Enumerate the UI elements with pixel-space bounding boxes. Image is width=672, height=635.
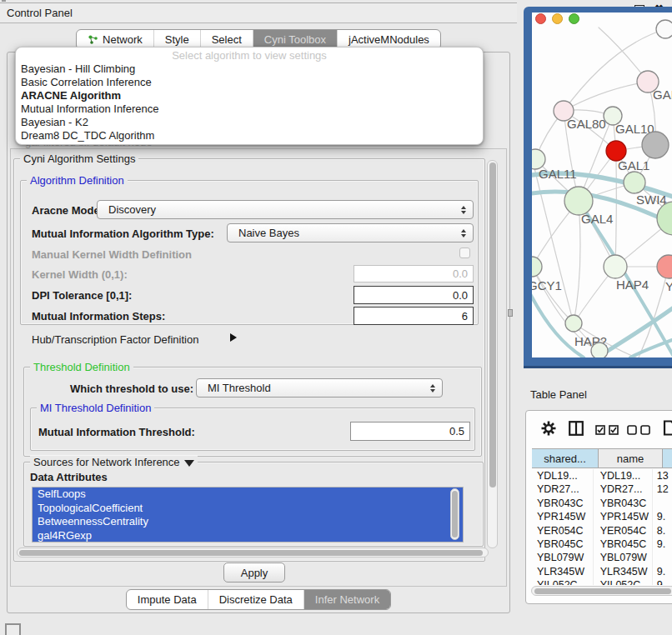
- table-row[interactable]: YBR043CYBR043C: [532, 497, 672, 510]
- algorithm-option-aracne-algorithm[interactable]: ARACNE Algorithm: [16, 89, 483, 102]
- network-icon: [88, 34, 98, 45]
- apply-button[interactable]: Apply: [223, 562, 285, 582]
- network-node-gcy1[interactable]: [532, 257, 542, 277]
- network-node-hap2[interactable]: [565, 315, 582, 332]
- mi-steps-label: Mutual Information Steps:: [32, 310, 165, 322]
- table-cell: YBL079W: [594, 551, 653, 564]
- column-header-name[interactable]: name: [599, 448, 663, 468]
- attribute-item-selfloops[interactable]: SelfLoops: [33, 488, 463, 502]
- network-node-gal1[interactable]: [624, 172, 645, 193]
- kernel-width-input[interactable]: 0.0: [354, 265, 474, 282]
- table-cell: YBR045C: [532, 538, 594, 551]
- network-node-partial-top[interactable]: [656, 20, 672, 38]
- table-row[interactable]: YPR145WYPR145W9.: [532, 510, 672, 523]
- mi-type-label: Mutual Information Algorithm Type:: [32, 228, 214, 240]
- scrollbar-thumb[interactable]: [19, 550, 483, 556]
- tab-impute-data[interactable]: Impute Data: [127, 590, 208, 609]
- which-threshold-combo[interactable]: MI Threshold: [196, 378, 443, 398]
- sources-legend[interactable]: Sources for Network Inference: [30, 456, 198, 468]
- algorithm-option-dream8-dc-tdc-algorithm[interactable]: Dream8 DC_TDC Algorithm: [16, 129, 483, 142]
- aracne-mode-label: Aracne Mode:: [32, 204, 103, 217]
- table-cell: YDR27...: [594, 482, 653, 496]
- network-canvas[interactable]: GALGAL80GAL10GAL1GAL11SWI4GAL4GCY1HAP4YH…: [532, 12, 672, 358]
- network-node-hap4[interactable]: [604, 255, 627, 278]
- expand-arrow-icon[interactable]: [230, 333, 237, 342]
- mi-threshold-input[interactable]: 0.5: [350, 422, 470, 441]
- table-cell: YIL052C: [532, 578, 594, 585]
- network-node-label: Y: [665, 279, 672, 293]
- dpi-tolerance-input[interactable]: 0.0: [354, 286, 474, 304]
- network-node-partial-bottom[interactable]: [591, 342, 608, 358]
- sources-legend-text: Sources for Network Inference: [33, 456, 180, 468]
- network-edge: [574, 201, 580, 323]
- attribute-item-topologicalcoefficient[interactable]: TopologicalCoefficient: [33, 502, 463, 516]
- manual-kernel-label: Manual Kernel Width Definition: [32, 248, 192, 261]
- table-cell: YBL079W: [532, 551, 594, 564]
- table-cell: YER054C: [594, 524, 653, 538]
- cyni-algorithm-settings-legend: Cyni Algorithm Settings: [20, 152, 138, 165]
- traffic-light-close-icon[interactable]: [535, 13, 546, 24]
- table-row[interactable]: YDL19...YDL19...13: [532, 469, 672, 482]
- mi-steps-input[interactable]: 6: [354, 307, 474, 325]
- tab-infer-network[interactable]: Infer Network: [304, 590, 390, 609]
- table-cell: 13: [653, 469, 672, 482]
- scrollbar-thumb[interactable]: [534, 588, 671, 594]
- traffic-light-zoom-icon[interactable]: [569, 13, 579, 24]
- settings-vertical-scrollbar[interactable]: [487, 160, 498, 548]
- network-edge: [564, 29, 665, 111]
- table-body[interactable]: YDL19...YDL19...13YDR27...YDR27...12YBR0…: [532, 469, 672, 585]
- network-edge: [532, 267, 574, 323]
- settings-horizontal-scrollbar[interactable]: [17, 548, 489, 558]
- minimized-panel-icon[interactable]: [5, 623, 21, 635]
- algorithm-option-basic-correlation-inference[interactable]: Basic Correlation Inference: [16, 76, 483, 89]
- network-node-gal4[interactable]: [564, 187, 593, 215]
- algorithm-option-bayesian-k2[interactable]: Bayesian - K2: [16, 116, 483, 129]
- hub-section-label[interactable]: Hub/Transcription Factor Definition: [32, 333, 198, 346]
- table-row[interactable]: YBL079WYBL079W: [532, 551, 672, 564]
- traffic-light-minimize-icon[interactable]: [552, 13, 563, 24]
- table-row[interactable]: YDR27...YDR27...12: [532, 482, 672, 496]
- tab-label: Discretize Data: [219, 593, 293, 606]
- network-node-gray-node[interactable]: [642, 132, 669, 158]
- data-attributes-list[interactable]: SelfLoopsTopologicalCoefficientBetweenne…: [32, 487, 464, 542]
- gear-icon[interactable]: [540, 420, 557, 437]
- tab-discretize-data[interactable]: Discretize Data: [208, 590, 304, 609]
- document-icon[interactable]: [663, 420, 672, 436]
- mi-threshold-value: 0.5: [449, 425, 464, 438]
- mi-type-combo[interactable]: Naive Bayes: [227, 223, 474, 242]
- table-cell: [653, 497, 672, 510]
- algorithm-option-mutual-information-inference[interactable]: Mutual Information Inference: [16, 102, 483, 116]
- manual-kernel-checkbox[interactable]: [459, 248, 470, 258]
- algorithm-option-bayesian-hill-climbing[interactable]: Bayesian - Hill Climbing: [16, 62, 483, 76]
- aracne-mode-value: Discovery: [108, 203, 156, 216]
- mi-type-value: Naive Bayes: [238, 227, 299, 239]
- collapse-arrow-icon[interactable]: [184, 460, 194, 467]
- select-all-checks-icon[interactable]: [595, 425, 619, 435]
- network-node-label: GAL1: [618, 158, 649, 172]
- dpi-tolerance-value: 0.0: [453, 289, 468, 302]
- split-pane-grip[interactable]: [508, 309, 513, 317]
- network-edge: [615, 162, 616, 267]
- stepper-arrows-icon: [461, 206, 466, 214]
- table-row[interactable]: YIL052CYIL052C9.: [532, 578, 672, 585]
- scrollbar-thumb[interactable]: [489, 162, 496, 488]
- attribute-item-gal4rgexp[interactable]: gal4RGexp: [33, 529, 463, 543]
- network-node-pink-right[interactable]: [657, 255, 672, 278]
- table-row[interactable]: YER054CYER054C8.: [532, 524, 672, 538]
- column-header-shared[interactable]: shared...: [532, 448, 599, 468]
- tab-label: Infer Network: [315, 593, 379, 606]
- clear-checks-icon[interactable]: [627, 425, 650, 435]
- table-row[interactable]: YBR045CYBR045C9.: [532, 538, 672, 551]
- attribute-item-betweennesscentrality[interactable]: BetweennessCentrality: [33, 515, 463, 529]
- scrollbar-thumb[interactable]: [452, 491, 458, 538]
- which-threshold-value: MI Threshold: [208, 382, 271, 394]
- column-header-a[interactable]: A: [663, 448, 672, 468]
- table-horizontal-scrollbar[interactable]: [531, 586, 672, 596]
- aracne-mode-combo[interactable]: Discovery: [97, 200, 474, 219]
- table-row[interactable]: YLR345WYLR345W9.: [532, 565, 672, 578]
- attributes-list-scrollbar[interactable]: [450, 488, 459, 540]
- split-columns-icon[interactable]: [569, 421, 584, 436]
- table-cell: YDL19...: [594, 469, 653, 482]
- table-cell: [653, 551, 672, 564]
- stepper-arrows-icon: [461, 229, 466, 238]
